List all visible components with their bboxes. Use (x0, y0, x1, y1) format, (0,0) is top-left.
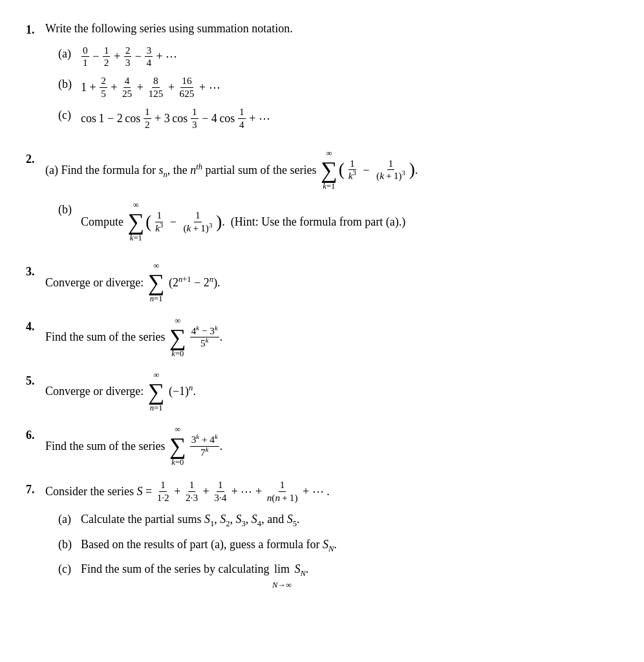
problem-6: 6. Find the sum of the series ∞ ∑ k=0 3k… (26, 425, 618, 467)
problem-1b: (b) 1 + 2 5 + 4 25 + 8 125 (58, 75, 618, 100)
frac-cos-1-3: 1 3 (191, 106, 199, 131)
problem-1: 1. Write the following series using summ… (26, 19, 618, 137)
problem-4-content: Find the sum of the series ∞ ∑ k=0 4k − … (45, 316, 618, 359)
problem-6-number: 6. (26, 425, 45, 445)
problem-1b-label: (b) (58, 75, 81, 94)
frac-3k-4k-7k: 3k + 4k 7k (190, 434, 219, 458)
problem-1-number: 1. (26, 19, 45, 39)
problem-7c: (c) Find the sum of the series by calcul… (58, 560, 618, 592)
problem-1c: (c) cos 1 − 2 cos 1 2 + 3 cos 1 3 − 4 co… (58, 106, 618, 131)
frac-1-k3: 1 k3 (347, 158, 358, 182)
sigma-2b: ∞ ∑ k=1 (128, 200, 145, 243)
problem-7-main: Consider the series S = 1 1·2 + 1 2·3 + … (45, 479, 618, 504)
frac-2b-k1-3: 1 (k + 1)3 (182, 209, 213, 234)
problem-7a-label: (a) (58, 510, 81, 529)
frac-2-5: 2 5 (100, 75, 107, 100)
frac-0-1: 0 1 (81, 45, 89, 69)
problem-5-content: Converge or diverge: ∞ ∑ n=1 (−1)n. (45, 370, 618, 413)
problem-3: 3. Converge or diverge: ∞ ∑ n=1 (2n+1 − … (26, 261, 618, 304)
problem-1a: (a) 0 1 − 1 2 + 2 3 (58, 45, 618, 69)
frac-1-2: 1 2 (103, 45, 111, 69)
problem-2: 2. (a) Find the formula for sn, the nth … (26, 149, 618, 250)
frac-16-625: 16 625 (178, 75, 196, 100)
frac-2b-k3: 1 k3 (154, 209, 164, 234)
problem-7b-label: (b) (58, 535, 81, 554)
limit-expression: lim N→∞ (272, 560, 292, 592)
problem-7: 7. Consider the series S = 1 1·2 + 1 2·3… (26, 479, 618, 598)
frac-cos-1-2: 1 2 (144, 106, 151, 131)
problem-6-content: Find the sum of the series ∞ ∑ k=0 3k + … (45, 425, 618, 467)
problem-1c-content: cos 1 − 2 cos 1 2 + 3 cos 1 3 − 4 cos 1 … (81, 106, 618, 131)
problem-5: 5. Converge or diverge: ∞ ∑ n=1 (−1)n. (26, 370, 618, 413)
problem-5-number: 5. (26, 370, 45, 390)
problem-7b-content: Based on the results of part (a), guess … (81, 535, 618, 554)
problem-2b: (b) Compute ∞ ∑ k=1 ( 1 k3 − 1 (58, 200, 618, 243)
frac-cos-1-4: 1 4 (238, 106, 246, 131)
problem-1a-content: 0 1 − 1 2 + 2 3 − 3 (81, 45, 618, 69)
problem-1a-label: (a) (58, 45, 81, 63)
problem-7c-label: (c) (58, 560, 81, 579)
problem-2b-label: (b) (58, 200, 81, 219)
problem-2-number: 2. (26, 149, 45, 169)
problem-4-number: 4. (26, 316, 45, 336)
frac-4k-3k-5k: 4k − 3k 5k (190, 325, 219, 350)
problem-7a-content: Calculate the partial sums S1, S2, S3, S… (81, 510, 618, 529)
problem-3-content: Converge or diverge: ∞ ∑ n=1 (2n+1 − 2n)… (45, 261, 618, 304)
problem-7-number: 7. (26, 479, 45, 499)
sigma-3: ∞ ∑ n=1 (148, 261, 165, 304)
problem-4: 4. Find the sum of the series ∞ ∑ k=0 4k… (26, 316, 618, 359)
frac-8-125: 8 125 (147, 75, 164, 100)
problem-1-text: Write the following series using summati… (45, 22, 293, 35)
problem-3-number: 3. (26, 261, 45, 281)
problem-7c-content: Find the sum of the series by calculatin… (81, 560, 618, 592)
frac-1-k1-3: 1 (k + 1)3 (375, 158, 407, 182)
problem-1-content: Write the following series using summati… (45, 19, 618, 137)
sigma-6: ∞ ∑ k=0 (169, 425, 186, 467)
problem-7-content: Consider the series S = 1 1·2 + 1 2·3 + … (45, 479, 618, 598)
problem-7a: (a) Calculate the partial sums S1, S2, S… (58, 510, 618, 529)
problem-2a-row: (a) Find the formula for sn, the nth par… (45, 149, 618, 191)
frac-1-1dot2: 1 1·2 (156, 479, 171, 504)
sigma-4: ∞ ∑ k=0 (169, 316, 186, 359)
problem-1c-label: (c) (58, 106, 81, 125)
frac-1-2dot3: 1 2·3 (184, 479, 199, 504)
frac-1-nn1: 1 n(n + 1) (266, 479, 299, 504)
sigma-2a: ∞ ∑ k=1 (321, 149, 338, 191)
sigma-5: ∞ ∑ n=1 (148, 370, 165, 413)
problem-2b-content: Compute ∞ ∑ k=1 ( 1 k3 − 1 (k + 1)3 (81, 200, 618, 243)
frac-2-3: 2 3 (124, 45, 132, 69)
frac-1-3dot4: 1 3·4 (213, 479, 228, 504)
problem-2a-label: (a) (45, 161, 61, 180)
problem-7b: (b) Based on the results of part (a), gu… (58, 535, 618, 554)
problem-2-content: (a) Find the formula for sn, the nth par… (45, 149, 618, 250)
problem-1b-content: 1 + 2 5 + 4 25 + 8 125 + (81, 75, 618, 100)
frac-4-25: 4 25 (121, 75, 133, 100)
page-container: 1. Write the following series using summ… (26, 19, 618, 598)
frac-3-4: 3 4 (145, 45, 153, 69)
